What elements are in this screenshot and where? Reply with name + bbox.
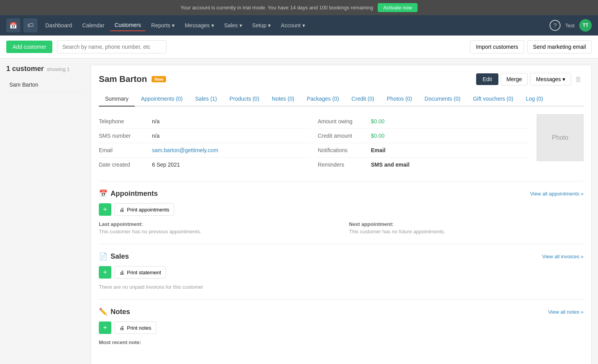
tab-products[interactable]: Products (0) <box>223 92 266 107</box>
nav-customers[interactable]: Customers <box>110 20 146 31</box>
summary-content: Telephone n/a SMS number n/a Email sam.b… <box>99 114 584 172</box>
tab-notes[interactable]: Notes (0) <box>266 92 301 107</box>
activate-button[interactable]: Activate now <box>378 3 418 12</box>
amount-owing-label: Amount owing <box>318 118 365 124</box>
detail-actions: Edit Merge Messages ▾ 🗑 <box>476 73 584 85</box>
import-customers-button[interactable]: Import customers <box>470 40 524 53</box>
messages-dropdown-button[interactable]: Messages ▾ <box>530 73 571 85</box>
nav-dashboard[interactable]: Dashboard <box>41 20 77 31</box>
customer-name: Sam Barton <box>99 74 147 84</box>
print-statement-button[interactable]: 🖨 Print statement <box>114 266 166 279</box>
edit-button[interactable]: Edit <box>476 73 498 85</box>
send-marketing-button[interactable]: Send marketing email <box>527 40 592 53</box>
last-appointment-value: This customer has no previous appointmen… <box>99 229 334 234</box>
tab-sales[interactable]: Sales (1) <box>189 92 223 107</box>
appointments-header: 📅 Appointments View all appointments » <box>99 189 584 198</box>
print-appointments-button[interactable]: 🖨 Print appointments <box>114 203 174 216</box>
tab-appointments[interactable]: Appointments (0) <box>135 92 189 107</box>
customer-count: 1 customer <box>6 65 44 73</box>
date-created-value: 6 Sep 2021 <box>152 162 180 168</box>
tab-photos[interactable]: Photos (0) <box>380 92 418 107</box>
sms-value: n/a <box>152 133 159 139</box>
summary-left: Telephone n/a SMS number n/a Email sam.b… <box>99 114 310 172</box>
showing-label: showing 1 <box>47 66 70 72</box>
credit-amount-row: Credit amount $0.00 <box>318 129 529 143</box>
print-notes-button[interactable]: 🖨 Print notes <box>114 321 156 334</box>
add-sale-button[interactable]: + <box>99 266 111 279</box>
sales-header: 📄 Sales View all invoices » <box>99 252 584 261</box>
date-created-row: Date created 6 Sep 2021 <box>99 158 310 172</box>
nav-sales[interactable]: Sales ▾ <box>220 20 247 31</box>
list-item[interactable]: Sam Barton <box>6 78 84 92</box>
view-all-notes-link[interactable]: View all notes » <box>548 309 584 315</box>
calendar-icon: 📅 <box>99 189 107 198</box>
help-button[interactable]: ? <box>550 20 561 31</box>
next-appointment-col: Next appointment: This customer has no f… <box>349 221 584 234</box>
tag-icon-btn[interactable]: 🏷 <box>23 18 37 32</box>
appointments-actions: + 🖨 Print appointments <box>99 203 584 216</box>
calendar-icon-btn[interactable]: 📅 <box>6 18 20 32</box>
notes-section: ✏️ Notes View all notes » + 🖨 Print note… <box>99 299 584 345</box>
printer-icon-sales: 🖨 <box>120 270 125 275</box>
notifications-row: Notifications Email <box>318 143 529 158</box>
nav-setup[interactable]: Setup ▾ <box>248 20 275 31</box>
toolbar: Add customer Import customers Send marke… <box>0 36 598 59</box>
search-input[interactable] <box>57 40 166 53</box>
last-appointment-label: Last appointment: <box>99 221 334 227</box>
sidebar: 1 customer showing 1 Sam Barton <box>6 65 84 364</box>
no-sales-message: There are no unpaid invoices for this cu… <box>99 284 584 290</box>
tab-credit[interactable]: Credit (0) <box>345 92 380 107</box>
customer-photo: Photo <box>537 114 584 161</box>
email-row: Email sam.barton@gettimely.com <box>99 143 310 158</box>
nav-calendar[interactable]: Calendar <box>78 20 109 31</box>
amount-owing-row: Amount owing $0.00 <box>318 114 529 129</box>
printer-icon-notes: 🖨 <box>120 325 125 331</box>
add-appointment-button[interactable]: + <box>99 203 111 216</box>
view-all-invoices-link[interactable]: View all invoices » <box>542 254 584 259</box>
credit-amount-label: Credit amount <box>318 133 365 139</box>
tab-gift-vouchers[interactable]: Gift vouchers (0) <box>467 92 519 107</box>
amount-owing-value: $0.00 <box>371 118 385 124</box>
tab-documents[interactable]: Documents (0) <box>418 92 467 107</box>
notifications-value: Email <box>371 147 386 153</box>
notes-actions: + 🖨 Print notes <box>99 321 584 334</box>
appointments-section: 📅 Appointments View all appointments » +… <box>99 181 584 234</box>
telephone-label: Telephone <box>99 118 146 124</box>
tab-summary[interactable]: Summary <box>99 92 135 107</box>
pencil-icon: ✏️ <box>99 307 107 316</box>
date-created-label: Date created <box>99 162 146 168</box>
nav-messages[interactable]: Messages ▾ <box>180 20 219 31</box>
reminders-label: Reminders <box>318 162 365 168</box>
top-nav: 📅 🏷 Dashboard Calendar Customers Reports… <box>0 15 598 36</box>
tabs: Summary Appointments (0) Sales (1) Produ… <box>99 92 584 107</box>
tab-log[interactable]: Log (0) <box>519 92 549 107</box>
detail-panel: Sam Barton New Edit Merge Messages ▾ 🗑 S… <box>91 65 592 364</box>
add-customer-button[interactable]: Add customer <box>6 41 52 53</box>
document-icon: 📄 <box>99 252 107 261</box>
nav-reports[interactable]: Reports ▾ <box>146 20 179 31</box>
nav-account[interactable]: Account ▾ <box>276 20 309 31</box>
credit-amount-value: $0.00 <box>371 133 385 139</box>
email-value[interactable]: sam.barton@gettimely.com <box>152 147 218 153</box>
sms-row: SMS number n/a <box>99 129 310 143</box>
trial-banner: Your account is currently in trial mode.… <box>0 0 598 15</box>
new-badge: New <box>152 76 166 82</box>
sales-section: 📄 Sales View all invoices » + 🖨 Print st… <box>99 244 584 290</box>
next-appointment-label: Next appointment: <box>349 221 584 227</box>
last-appointment-col: Last appointment: This customer has no p… <box>99 221 334 234</box>
reminders-row: Reminders SMS and email <box>318 158 529 172</box>
tab-packages[interactable]: Packages (0) <box>300 92 345 107</box>
add-note-button[interactable]: + <box>99 321 111 334</box>
notes-header: ✏️ Notes View all notes » <box>99 307 584 316</box>
customer-list: Sam Barton <box>6 78 84 92</box>
view-all-appointments-link[interactable]: View all appointments » <box>530 191 584 197</box>
merge-button[interactable]: Merge <box>501 73 528 85</box>
next-appointment-value: This customer has no future appointments… <box>349 229 584 234</box>
telephone-row: Telephone n/a <box>99 114 310 129</box>
nav-links: Dashboard Calendar Customers Reports ▾ M… <box>41 20 548 31</box>
main-content: 1 customer showing 1 Sam Barton Sam Bart… <box>0 59 598 364</box>
user-name: Test <box>565 23 575 28</box>
summary-right: Amount owing $0.00 Credit amount $0.00 N… <box>318 114 529 172</box>
sidebar-header: 1 customer showing 1 <box>6 65 84 73</box>
delete-button[interactable]: 🗑 <box>573 74 584 85</box>
